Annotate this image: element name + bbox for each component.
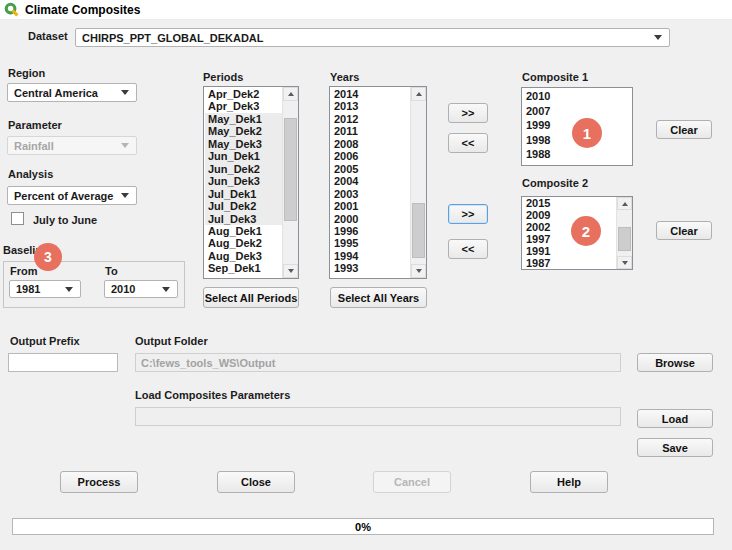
baseline-to-dropdown[interactable]: 2010 [104,280,178,298]
save-button[interactable]: Save [637,438,713,457]
baseline-from-label: From [10,265,38,277]
list-item[interactable]: 1991 [523,246,616,258]
list-item[interactable]: Aug_Dek3 [205,250,282,262]
list-item[interactable]: 2000 [331,213,410,225]
chevron-down-icon [654,35,662,40]
output-folder-field: C:\fews_tools_WS\Output [135,353,621,372]
scroll-up-icon[interactable] [617,197,632,210]
baseline-to-value: 2010 [111,283,135,295]
list-item[interactable]: Aug_Dek1 [205,225,282,237]
scroll-down-icon[interactable] [411,264,426,278]
window-title: Climate Composites [25,3,140,17]
composite2-label: Composite 2 [522,177,588,189]
list-item[interactable]: 2010 [523,89,631,104]
clear-composite1-button[interactable]: Clear [656,120,712,139]
list-item[interactable]: May_Dek3 [205,138,282,150]
list-item[interactable]: Jul_Dek2 [205,200,282,212]
list-item[interactable]: Jun_Dek1 [205,150,282,162]
years-listbox[interactable]: 2014201320122011200820062005200420032001… [329,86,427,279]
list-item[interactable]: 2014 [331,88,410,100]
list-item[interactable]: 2002 [523,222,616,234]
list-item[interactable]: May_Dek2 [205,125,282,137]
years-label: Years [330,71,359,83]
annotation-badge-1: 1 [572,118,602,148]
output-prefix-input[interactable] [8,353,118,372]
list-item[interactable]: 1996 [331,225,410,237]
list-item[interactable]: 2012 [331,113,410,125]
periods-listbox[interactable]: Apr_Dek2Apr_Dek3May_Dek1May_Dek2May_Dek3… [203,86,299,279]
scroll-up-icon[interactable] [283,87,298,101]
parameter-value: Rainfall [14,140,54,152]
remove-from-composite2-button[interactable]: << [448,239,488,259]
list-item[interactable]: 1995 [331,237,410,249]
list-item[interactable]: 1994 [331,250,410,262]
list-item[interactable]: 2004 [331,175,410,187]
list-item[interactable]: 2008 [331,138,410,150]
list-item[interactable]: 2001 [331,200,410,212]
list-item[interactable]: 2005 [331,163,410,175]
list-item[interactable]: 1993 [331,262,410,274]
list-item[interactable]: 1988 [523,147,631,162]
chevron-down-icon [121,193,129,198]
scroll-down-icon[interactable] [617,256,632,269]
analysis-value: Percent of Average [14,190,113,202]
remove-from-composite1-button[interactable]: << [448,133,488,153]
scrollbar-thumb[interactable] [284,118,297,221]
list-item[interactable]: Jul_Dek3 [205,213,282,225]
scroll-down-icon[interactable] [283,264,298,278]
list-item[interactable]: 1987 [523,258,616,268]
list-item[interactable]: 2003 [331,188,410,200]
load-composites-parameters-label: Load Composites Parameters [135,389,290,401]
analysis-dropdown[interactable]: Percent of Average [7,186,137,205]
select-all-periods-button[interactable]: Select All Periods [203,287,299,308]
scroll-up-icon[interactable] [411,87,426,101]
baseline-from-value: 1981 [16,283,40,295]
list-item[interactable]: Aug_Dek2 [205,237,282,249]
help-button[interactable]: Help [530,471,608,493]
analysis-label: Analysis [8,168,53,180]
close-button[interactable]: Close [217,471,295,493]
list-item[interactable]: 2006 [331,150,410,162]
scrollbar-thumb[interactable] [412,203,425,258]
periods-scrollbar[interactable] [282,87,298,278]
chevron-down-icon [65,287,73,292]
july-to-june-checkbox[interactable] [11,212,24,225]
chevron-down-icon [121,90,129,95]
composite2-scrollbar[interactable] [616,197,632,269]
list-item[interactable]: Sep_Dek1 [205,262,282,274]
add-to-composite1-button[interactable]: >> [448,103,488,123]
baseline-to-label: To [105,265,118,277]
region-dropdown[interactable]: Central America [7,83,137,102]
clear-composite2-button[interactable]: Clear [656,221,712,240]
browse-button[interactable]: Browse [637,353,713,372]
list-item[interactable]: Sep_Dek2 [205,275,282,277]
parameter-dropdown: Rainfall [7,136,137,155]
region-value: Central America [14,87,98,99]
scrollbar-thumb[interactable] [618,227,631,251]
progress-bar: 0% [12,518,714,535]
dataset-value: CHIRPS_PPT_GLOBAL_DEKADAL [82,32,264,44]
list-item[interactable]: 1997 [523,234,616,246]
list-item[interactable]: 1992 [331,275,410,277]
list-item[interactable]: 2007 [523,104,631,119]
list-item[interactable]: May_Dek1 [205,113,282,125]
title-bar: Climate Composites [0,0,732,20]
dataset-dropdown[interactable]: CHIRPS_PPT_GLOBAL_DEKADAL [75,28,670,47]
select-all-years-button[interactable]: Select All Years [330,287,427,308]
baseline-from-dropdown[interactable]: 1981 [9,280,81,298]
dataset-label: Dataset [28,30,68,42]
list-item[interactable]: Apr_Dek2 [205,88,282,100]
process-button[interactable]: Process [60,471,138,493]
output-folder-label: Output Folder [135,335,208,347]
years-scrollbar[interactable] [410,87,426,278]
list-item[interactable]: Jun_Dek2 [205,163,282,175]
list-item[interactable]: 2013 [331,100,410,112]
region-label: Region [8,67,45,79]
july-to-june-label: July to June [33,214,97,226]
list-item[interactable]: Jun_Dek3 [205,175,282,187]
list-item[interactable]: Apr_Dek3 [205,100,282,112]
load-button[interactable]: Load [637,409,713,428]
list-item[interactable]: 2011 [331,125,410,137]
add-to-composite2-button[interactable]: >> [448,204,488,224]
list-item[interactable]: Jul_Dek1 [205,188,282,200]
